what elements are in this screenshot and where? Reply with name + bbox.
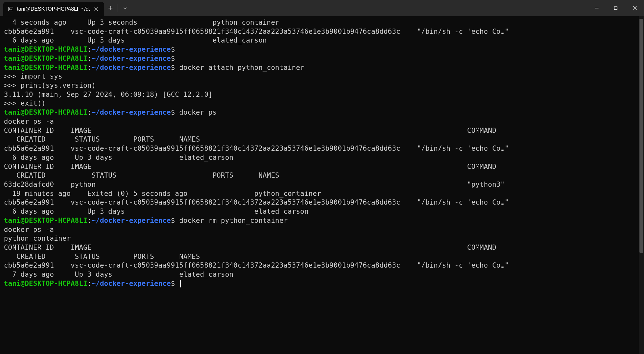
terminal-line: CREATED STATUS PORTS NAMES [4, 252, 640, 261]
terminal-line: CREATED STATUS PORTS NAMES [4, 171, 640, 180]
terminal-line: >>> import sys [4, 72, 640, 81]
terminal-line: tani@DESKTOP-HCPA8LI:~/docker-experience… [4, 108, 640, 117]
tab-divider [118, 4, 118, 12]
terminal-line: cbb5a6e2a991 vsc-code-craft-c05039aa9915… [4, 144, 640, 153]
terminal-icon [8, 6, 14, 12]
svg-rect-3 [614, 6, 617, 9]
terminal-line: tani@DESKTOP-HCPA8LI:~/docker-experience… [4, 54, 640, 63]
scrollbar-thumb[interactable] [639, 19, 643, 253]
close-window-button[interactable] [625, 0, 644, 16]
scrollbar-track[interactable] [639, 16, 644, 354]
terminal-line: tani@DESKTOP-HCPA8LI:~/docker-experience… [4, 45, 640, 54]
terminal-line: tani@DESKTOP-HCPA8LI:~/docker-experience… [4, 63, 640, 72]
terminal-line: >>> exit() [4, 99, 640, 108]
terminal-line: 19 minutes ago Exited (0) 5 seconds ago … [4, 189, 640, 198]
terminal-line: 6 days ago Up 3 days elated_carson [4, 36, 640, 45]
tab-dropdown-button[interactable] [119, 0, 132, 16]
terminal-line: 6 days ago Up 3 days elated_carson [4, 207, 640, 216]
svg-rect-0 [8, 7, 13, 11]
terminal-line: python_container [4, 234, 640, 243]
titlebar: tani@DESKTOP-HCPA8LI: ~/d… [0, 0, 644, 16]
terminal-line: docker ps -a [4, 117, 640, 126]
terminal-line: cbb5a6e2a991 vsc-code-craft-c05039aa9915… [4, 27, 640, 36]
terminal-output[interactable]: 4 seconds ago Up 3 seconds python_contai… [0, 16, 644, 290]
terminal-line: CONTAINER ID IMAGE COMMAND [4, 243, 640, 252]
cursor [180, 280, 181, 287]
window-controls [587, 0, 644, 16]
terminal-line: 3.11.10 (main, Sep 27 2024, 06:09:18) [G… [4, 90, 640, 99]
terminal-line: CREATED STATUS PORTS NAMES [4, 135, 640, 144]
terminal-line: 4 seconds ago Up 3 seconds python_contai… [4, 18, 640, 27]
terminal-line: CONTAINER ID IMAGE COMMAND [4, 162, 640, 171]
terminal-line: 6 days ago Up 3 days elated_carson [4, 153, 640, 162]
terminal-line: 63dc28dafcd0 python "python3" [4, 180, 640, 189]
terminal-tab[interactable]: tani@DESKTOP-HCPA8LI: ~/d… [3, 2, 104, 16]
minimize-button[interactable] [587, 0, 606, 16]
terminal-line: cbb5a6e2a991 vsc-code-craft-c05039aa9915… [4, 261, 640, 270]
terminal-line: docker ps -a [4, 225, 640, 234]
terminal-line: tani@DESKTOP-HCPA8LI:~/docker-experience… [4, 216, 640, 225]
tab-close-button[interactable] [93, 6, 99, 12]
tab-title: tani@DESKTOP-HCPA8LI: ~/d… [17, 6, 90, 12]
new-tab-button[interactable] [104, 0, 117, 16]
terminal-line: CONTAINER ID IMAGE COMMAND [4, 126, 640, 135]
maximize-button[interactable] [606, 0, 625, 16]
terminal-line: 7 days ago Up 3 days elated_carson [4, 270, 640, 279]
terminal-line: cbb5a6e2a991 vsc-code-craft-c05039aa9915… [4, 198, 640, 207]
terminal-line: >>> print(sys.version) [4, 81, 640, 90]
terminal-line: tani@DESKTOP-HCPA8LI:~/docker-experience… [4, 279, 640, 288]
